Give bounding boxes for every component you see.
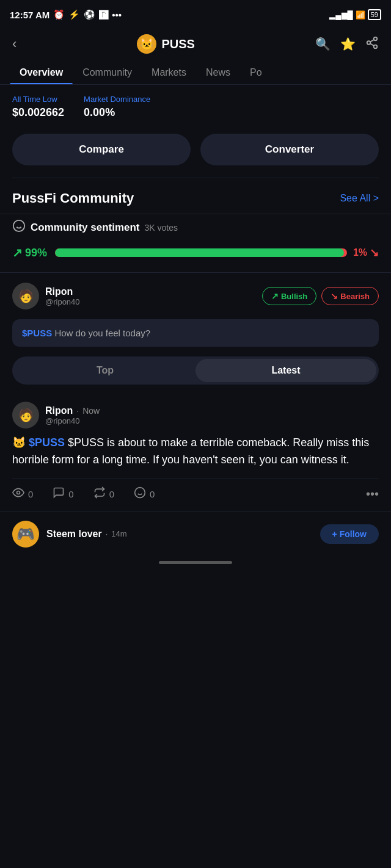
- cat-emoji: 🐱: [12, 436, 29, 449]
- user-handle: @ripon40: [45, 297, 80, 306]
- action-buttons: Compare Converter: [0, 124, 391, 178]
- latest-tab[interactable]: Latest: [196, 359, 376, 382]
- bearish-button[interactable]: ↘ Bearish: [321, 287, 379, 305]
- share-icon[interactable]: [365, 36, 379, 52]
- views-count: 0: [28, 489, 33, 499]
- comments-count: 0: [68, 489, 73, 499]
- parking-icon: 🅿: [99, 10, 108, 20]
- top-tab[interactable]: Top: [15, 359, 196, 382]
- nav-title: 🐱 PUSS: [137, 34, 194, 54]
- bullish-fill: [55, 248, 344, 257]
- repost-action[interactable]: 0: [93, 486, 114, 502]
- reactions-action[interactable]: 0: [134, 486, 155, 502]
- see-all-button[interactable]: See All >: [340, 193, 379, 204]
- svg-point-0: [374, 37, 378, 40]
- tab-overview[interactable]: Overview: [10, 61, 73, 84]
- sentiment-progress-bar: [55, 248, 347, 257]
- post-handle: @ripon40: [45, 416, 100, 425]
- sentiment-buttons: ↗ Bullish ↘ Bearish: [262, 287, 379, 305]
- battery-icon: 59: [368, 9, 381, 20]
- post-item: 🧑 Ripon · Now @ripon40 🐱 $PUSS $PUSS is …: [0, 394, 391, 512]
- comment-icon: [53, 486, 65, 502]
- post-actions: 0 0 0: [12, 479, 379, 512]
- nav-actions: 🔍 ⭐: [315, 36, 379, 52]
- status-time: 12:57 AM ⏰ ⚡ ⚽ 🅿 •••: [10, 9, 122, 20]
- tabs-bar: Overview Community Markets News Po: [0, 61, 391, 85]
- compare-button[interactable]: Compare: [12, 134, 191, 165]
- community-title: PussFi Community: [12, 190, 134, 206]
- views-action[interactable]: 0: [12, 486, 33, 502]
- stat-md-label: Market Dominance: [84, 95, 150, 104]
- post-time: Now: [82, 406, 100, 416]
- coin-name: PUSS: [161, 37, 194, 51]
- user-input-row: 🧑 Ripon @ripon40 ↗ Bullish ↘ Bearish: [0, 273, 391, 314]
- bullish-button[interactable]: ↗ Bullish: [262, 287, 316, 305]
- bearish-arrow-icon: ↘: [331, 291, 338, 301]
- toggle-bar: Top Latest: [12, 356, 379, 385]
- speed-icon: ⚡: [68, 9, 80, 20]
- bottom-user-time: 14m: [111, 529, 126, 538]
- sentiment-row: Community sentiment 3K votes: [0, 214, 391, 243]
- nav-bar: ‹ 🐱 PUSS 🔍 ⭐: [0, 27, 391, 61]
- post-header: 🧑 Ripon · Now @ripon40: [12, 402, 379, 429]
- reaction-icon: [134, 486, 146, 502]
- svg-point-2: [374, 45, 378, 48]
- time-display: 12:57 AM: [10, 10, 49, 20]
- home-indicator: [159, 561, 232, 564]
- stat-atl-value: $0.002662: [12, 106, 64, 119]
- post-avatar: 🧑: [12, 402, 39, 429]
- bottom-avatar: 🎮: [12, 521, 39, 548]
- post-text: $PUSS is about to make a terrible comeba…: [12, 436, 369, 466]
- stats-section: All Time Low $0.002662 Market Dominance …: [0, 85, 391, 124]
- alarm-icon: ⏰: [53, 9, 65, 20]
- converter-button[interactable]: Converter: [200, 134, 379, 165]
- user-avatar: 🧑: [12, 283, 39, 309]
- sentiment-icon: [12, 219, 26, 236]
- tab-community[interactable]: Community: [73, 61, 142, 84]
- reactions-count: 0: [150, 489, 155, 499]
- stat-all-time-low: All Time Low $0.002662: [12, 95, 64, 119]
- sentiment-votes: 3K votes: [145, 223, 178, 233]
- reposts-count: 0: [109, 489, 114, 499]
- search-icon[interactable]: 🔍: [315, 37, 331, 51]
- sentiment-label: Community sentiment: [31, 222, 140, 234]
- tab-markets[interactable]: Markets: [142, 61, 196, 84]
- dots-icon: •••: [112, 10, 122, 20]
- bearish-percentage: 1% ↘: [353, 246, 379, 259]
- input-ticker: $PUSS: [22, 328, 52, 338]
- follow-button[interactable]: + Follow: [320, 524, 379, 544]
- bottom-user-info: Steem lover · 14m: [46, 529, 313, 540]
- comments-action[interactable]: 0: [53, 486, 73, 502]
- sentiment-bar-row: ↗ 99% 1% ↘: [0, 243, 391, 272]
- user-info: 🧑 Ripon @ripon40: [12, 283, 80, 309]
- svg-line-3: [370, 43, 374, 46]
- tab-po[interactable]: Po: [240, 61, 272, 84]
- tab-news[interactable]: News: [196, 61, 240, 84]
- post-ticker: $PUSS: [29, 436, 65, 449]
- svg-line-4: [370, 39, 374, 42]
- svg-point-1: [367, 41, 371, 45]
- user-name: Ripon: [45, 286, 80, 297]
- svg-point-5: [13, 220, 24, 231]
- stat-atl-label: All Time Low: [12, 95, 64, 104]
- wifi-icon: 📶: [356, 10, 365, 20]
- stat-md-value: 0.00%: [84, 106, 150, 119]
- back-button[interactable]: ‹: [12, 36, 16, 52]
- eye-icon: [12, 486, 24, 502]
- community-header: PussFi Community See All >: [0, 178, 391, 214]
- input-placeholder: How do you feel today?: [54, 328, 150, 338]
- repost-icon: [93, 486, 106, 502]
- post-user-name: Ripon: [45, 405, 73, 416]
- svg-point-9: [135, 487, 145, 497]
- star-icon[interactable]: ⭐: [340, 37, 356, 51]
- post-input[interactable]: $PUSS How do you feel today?: [12, 319, 379, 347]
- bottom-user-name: Steem lover: [46, 529, 102, 540]
- post-more-button[interactable]: •••: [366, 487, 379, 501]
- soccer-icon: ⚽: [84, 9, 95, 20]
- bullish-percentage: ↗ 99%: [12, 245, 49, 260]
- status-icons: ▂▄▆█ 📶 59: [329, 9, 381, 20]
- status-bar: 12:57 AM ⏰ ⚡ ⚽ 🅿 ••• ▂▄▆█ 📶 59: [0, 0, 391, 27]
- post-content: 🐱 $PUSS $PUSS is about to make a terribl…: [12, 435, 379, 479]
- svg-point-8: [17, 491, 20, 494]
- bottom-user-row: 🎮 Steem lover · 14m + Follow: [0, 512, 391, 556]
